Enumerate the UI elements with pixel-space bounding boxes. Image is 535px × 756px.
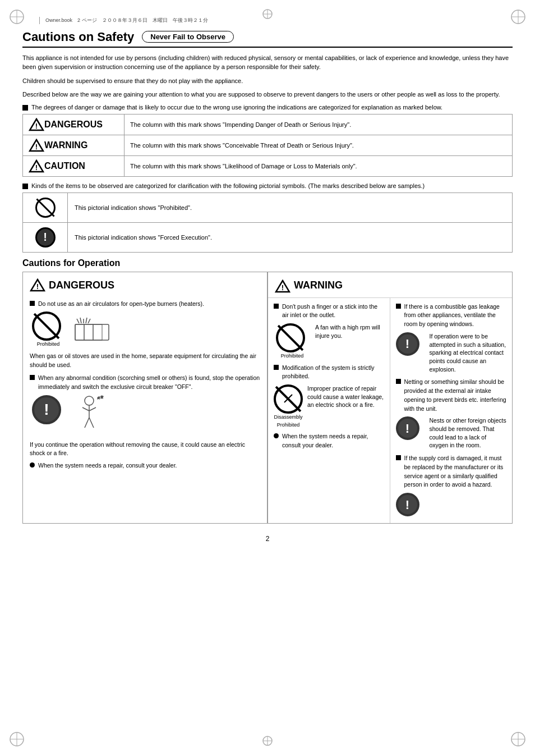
warning-right-item-3: If the supply cord is damaged, it must b… [396,454,507,489]
warning-right-sub-2: Nests or other foreign objects should be… [430,416,507,450]
warning-right-item-1: If there is a combustible gas leakage fr… [396,303,507,329]
svg-line-31 [80,318,81,323]
warning-right-forced-3-row: ! [396,493,507,516]
dangerous-desc: The column with this mark shows "Impendi… [124,114,513,135]
pictorial-prohibited-desc: This pictorial indication shows "Prohibi… [68,193,513,222]
pictorial-forced-desc: This pictorial indication shows "Forced … [68,222,513,252]
svg-text:!: ! [282,283,284,292]
dangerous-prohibited-icon-row: Prohibited [30,311,260,349]
warning-right-forced-1-row: ! If operation were to be attempted in s… [396,332,507,373]
dangerous-forced-icon-row: ! [30,395,260,437]
intro-para-1: This appliance is not intended for use b… [22,53,513,72]
table-row-caution: ! CAUTION The column with this mark show… [23,155,513,176]
table-row-dangerous: ! DANGEROUS The column with this mark sh… [23,114,513,135]
warning-label-text: WARNING [44,140,87,150]
dangerous-item-3-text: When any abnormal condition (scorching s… [38,374,260,392]
disassembly-label: Disassembly Prohibited [274,414,303,429]
dangerous-item-2-text: When gas or oil stoves are used in the h… [30,352,260,370]
warning-forced-icon-1: ! [396,332,419,356]
corner-mark-br [510,731,527,748]
dangerous-label-text: DANGEROUS [44,120,103,130]
warning-right-item-2: Netting or something similar should be p… [396,378,507,413]
dangerous-forced-icon: ! [32,395,61,424]
bullet-1-text: The degrees of danger or damage that is … [31,104,442,111]
bullet-2-text: Kinds of the items to be observed are ca… [31,182,425,189]
warning-right-forced-2-row: ! Nests or other foreign objects should … [396,416,507,450]
dangerous-col: ! DANGEROUS Do not use as an air circula… [23,272,268,523]
never-fail-badge: Never Fail to Observe [142,31,234,43]
intro-para-3: Described below are the way we are gaini… [22,90,513,99]
svg-text:!: ! [35,163,38,172]
forced-execution-icon: ! [35,227,56,248]
warning-col-header-row: ! WARNING [268,272,512,298]
dangerous-col-header: ! DANGEROUS [30,278,260,295]
sq-bullet-w2 [274,365,279,370]
warning-left-sub-text: A fan with a high rpm will injure you. [315,323,384,340]
corner-mark-bl [8,731,25,748]
svg-line-39 [85,418,89,428]
sq-bullet-wr2 [396,379,401,384]
disassembly-sub-text: Improper practice of repair could cause … [307,384,384,409]
warning-left-item-3-text: When the system needs a repair, consult … [282,432,384,450]
bullet-intro-1: The degrees of danger or damage that is … [22,104,513,111]
square-bullet-1 [22,105,28,111]
warning-left-item-1: Don't push a finger or a stick into the … [274,303,384,320]
svg-point-35 [85,396,94,405]
svg-line-37 [82,407,89,411]
warning-prohibit-icon [276,323,305,352]
circle-bullet [30,462,35,468]
heater-illustration [72,313,117,347]
warning-col: ! WARNING Don't push a finger or a stick… [268,272,512,523]
bottom-center-mark [262,735,273,748]
disassembly-icon-wrap: Disassembly Prohibited Improper practice… [274,384,384,429]
dangerous-triangle-icon: ! [29,118,44,131]
svg-rect-28 [84,324,93,340]
svg-rect-29 [93,324,102,340]
page: Owner.book 2 ページ ２００８年３月６日 木曜日 午後３時２１分 C… [0,0,535,756]
dangerous-item-3: When any abnormal condition (scorching s… [30,374,260,392]
svg-text:!: ! [36,282,39,291]
warning-right-item-3-text: If the supply cord is damaged, it must b… [404,454,507,489]
intro-para-2: Children should be supervised to ensure … [22,76,513,86]
dangerous-item-4-text: If you continue the operation without re… [30,441,260,459]
pictorial-row-forced: ! This pictorial indication shows "Force… [23,222,513,252]
warning-col-label: WARNING [294,278,343,295]
warning-forced-icon-2: ! [396,416,419,440]
svg-text:!: ! [35,143,38,151]
title-row: Cautions on Safety Never Fail to Observe [22,30,513,48]
warning-prohibited-row: Prohibited A fan with a high rpm will in… [274,323,384,360]
corner-mark-tl [8,8,25,25]
warning-left-item-1-text: Don't push a finger or a stick into the … [282,303,384,320]
warning-triangle-icon: ! [29,139,44,152]
prohibited-icon [35,198,56,218]
svg-rect-27 [75,324,84,340]
svg-line-33 [86,318,87,323]
disassembly-prohibit-icon [274,384,303,414]
warning-right-sub-1: If operation were to be attempted in suc… [430,332,507,373]
table-row-warning: ! WARNING The column with this mark show… [23,135,513,155]
circle-bullet-w [274,433,279,438]
warning-left-item-3: When the system needs a repair, consult … [274,432,384,450]
svg-line-44 [284,395,292,402]
warning-forced-icon-3: ! [396,493,419,516]
warning-left-item-2: Modification of the system is strictly p… [274,364,384,382]
warning-table: ! DANGEROUS The column with this mark sh… [22,114,513,177]
warning-left-item-2-text: Modification of the system is strictly p… [282,364,384,382]
dangerous-col-triangle-icon: ! [30,278,45,292]
caution-desc: The column with this mark shows "Likelih… [124,155,513,176]
warning-prohibited-label: Prohibited [281,352,304,360]
sq-bullet-w1 [274,304,279,309]
square-bullet-2 [22,184,28,189]
svg-line-38 [89,407,96,411]
caution-label-text: CAUTION [44,161,85,171]
sq-bullet [30,301,35,306]
sq-bullet-wr1 [396,304,401,309]
caution-triangle-icon: ! [29,159,44,173]
warning-left-sub: Don't push a finger or a stick into the … [268,298,390,523]
bullet-intro-2: Kinds of the items to be observed are ca… [22,182,513,189]
cautions-operation-title: Cautions for Operation [22,258,513,268]
page-number: 2 [22,535,513,543]
svg-text:!: ! [35,122,38,130]
warning-label: ! WARNING [29,139,118,152]
dangerous-label: ! DANGEROUS [29,118,118,131]
